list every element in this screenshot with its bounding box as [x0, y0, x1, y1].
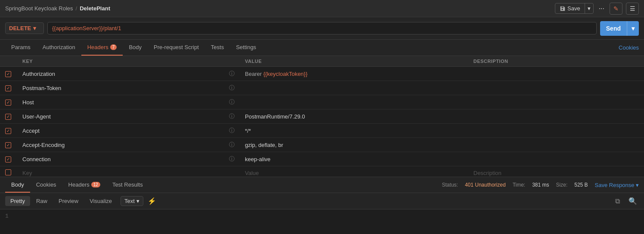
header-value — [240, 95, 468, 109]
type-selector[interactable]: Text ▾ — [121, 196, 143, 206]
save-button[interactable]: Save — [555, 3, 585, 13]
time-value: 381 ms — [532, 182, 549, 188]
header-description — [468, 81, 610, 95]
note-icon-button[interactable]: ☰ — [626, 3, 639, 15]
fmt-pretty[interactable]: Pretty — [5, 196, 30, 206]
info-icon[interactable]: ⓘ — [224, 124, 240, 138]
line-number-1: 1 — [5, 213, 14, 232]
rtab-test-results[interactable]: Test Results — [106, 177, 149, 193]
cookies-link[interactable]: Cookies — [619, 44, 639, 51]
info-circle-icon: ⓘ — [229, 156, 235, 162]
header-key: Connection — [17, 152, 224, 166]
top-bar-actions: Save ▾ ··· ✎ ☰ — [555, 3, 639, 15]
info-circle-icon: ⓘ — [229, 84, 235, 91]
edit-icon: ✎ — [613, 5, 619, 12]
header-key: Accept-Encoding — [17, 138, 224, 152]
url-bar: DELETE GET POST PUT PATCH ▾ Send ▾ — [0, 17, 644, 40]
breadcrumb: SpringBoot Keycloak Roles / DeletePlant — [5, 5, 110, 12]
status-code: 401 Unauthorized — [465, 182, 506, 188]
info-icon[interactable]: ⓘ — [224, 109, 240, 124]
tab-settings[interactable]: Settings — [230, 40, 262, 56]
col-checkbox — [0, 56, 17, 67]
url-input[interactable] — [47, 22, 597, 34]
save-dropdown-button[interactable]: ▾ — [585, 3, 593, 13]
fmt-preview[interactable]: Preview — [53, 196, 84, 206]
header-actions — [610, 152, 644, 166]
header-actions — [610, 95, 644, 109]
breadcrumb-current: DeletePlant — [80, 5, 110, 12]
top-bar: SpringBoot Keycloak Roles / DeletePlant … — [0, 0, 644, 17]
header-description — [468, 109, 610, 124]
header-description — [468, 95, 610, 109]
request-tabs: Params Authorization Headers 7 Body Pre-… — [0, 40, 644, 56]
search-button[interactable]: 🔍 — [627, 195, 639, 207]
rtab-body[interactable]: Body — [5, 177, 30, 193]
breadcrumb-link[interactable]: SpringBoot Keycloak Roles — [5, 5, 73, 12]
new-value-input[interactable]: Value — [240, 166, 468, 177]
headers-badge: 7 — [110, 44, 117, 50]
tab-pre-request[interactable]: Pre-request Script — [148, 40, 205, 56]
size-label: Size: — [556, 182, 568, 188]
headers-section: KEY VALUE DESCRIPTION AuthorizationⓘBear… — [0, 56, 644, 177]
header-checkbox[interactable] — [5, 71, 11, 77]
more-options-button[interactable]: ··· — [597, 3, 606, 14]
tab-body[interactable]: Body — [123, 40, 148, 56]
send-label: Send — [600, 25, 627, 32]
header-checkbox[interactable] — [5, 114, 11, 120]
header-key: Accept — [17, 124, 224, 138]
col-actions — [610, 56, 644, 67]
tab-authorization[interactable]: Authorization — [37, 40, 81, 56]
headers-table: KEY VALUE DESCRIPTION AuthorizationⓘBear… — [0, 56, 644, 177]
copy-button[interactable]: ⧉ — [611, 195, 623, 207]
header-value: Bearer {{keycloakToken}} — [240, 67, 468, 81]
tab-params[interactable]: Params — [5, 40, 37, 56]
method-dropdown[interactable]: DELETE GET POST PUT PATCH — [9, 25, 31, 31]
rtab-headers[interactable]: Headers 12 — [62, 177, 106, 193]
header-checkbox[interactable] — [5, 100, 11, 106]
tab-tests[interactable]: Tests — [205, 40, 230, 56]
new-description-input[interactable]: Description — [468, 166, 610, 177]
fmt-raw[interactable]: Raw — [31, 196, 53, 206]
col-value: VALUE — [240, 56, 468, 67]
response-status: Status: 401 Unauthorized Time: 381 ms Si… — [442, 182, 639, 188]
info-icon[interactable]: ⓘ — [224, 138, 240, 152]
header-description — [468, 152, 610, 166]
header-key: User-Agent — [17, 109, 224, 124]
info-icon[interactable]: ⓘ — [224, 67, 240, 81]
send-dropdown-icon[interactable]: ▾ — [627, 21, 639, 36]
header-actions — [610, 81, 644, 95]
save-response-button[interactable]: Save Response ▾ — [595, 182, 639, 188]
header-value: keep-alive — [240, 152, 468, 166]
tab-headers[interactable]: Headers 7 — [81, 40, 123, 56]
header-checkbox[interactable] — [5, 156, 11, 162]
header-key: Postman-Token — [17, 81, 224, 95]
type-dropdown-icon: ▾ — [136, 198, 139, 204]
info-icon[interactable]: ⓘ — [224, 152, 240, 166]
send-button[interactable]: Send ▾ — [600, 21, 639, 36]
response-tabs: Body Cookies Headers 12 Test Results Sta… — [0, 177, 644, 193]
edit-icon-button[interactable]: ✎ — [610, 3, 622, 15]
response-headers-badge: 12 — [91, 182, 100, 187]
header-key: Host — [17, 95, 224, 109]
col-key: KEY — [17, 56, 224, 67]
filter-button[interactable]: ⚡ — [146, 195, 158, 207]
method-selector[interactable]: DELETE GET POST PUT PATCH ▾ — [5, 22, 44, 34]
info-icon[interactable]: ⓘ — [224, 95, 240, 109]
header-checkbox[interactable] — [5, 128, 11, 134]
new-header-row: Key Value Description — [0, 166, 644, 177]
rtab-cookies[interactable]: Cookies — [30, 177, 62, 193]
fmt-visualize[interactable]: Visualize — [84, 196, 117, 206]
header-description — [468, 138, 610, 152]
header-value: */* — [240, 124, 468, 138]
filter-icon: ⚡ — [148, 197, 156, 205]
info-icon[interactable]: ⓘ — [224, 81, 240, 95]
table-row: User-AgentⓘPostmanRuntime/7.29.0 — [0, 109, 644, 124]
header-value — [240, 81, 468, 95]
new-header-checkbox[interactable] — [5, 169, 11, 175]
header-checkbox[interactable] — [5, 85, 11, 91]
info-circle-icon: ⓘ — [229, 127, 235, 134]
info-circle-icon: ⓘ — [229, 99, 235, 105]
header-actions — [610, 67, 644, 81]
header-checkbox[interactable] — [5, 142, 11, 148]
new-key-input[interactable]: Key — [17, 166, 224, 177]
